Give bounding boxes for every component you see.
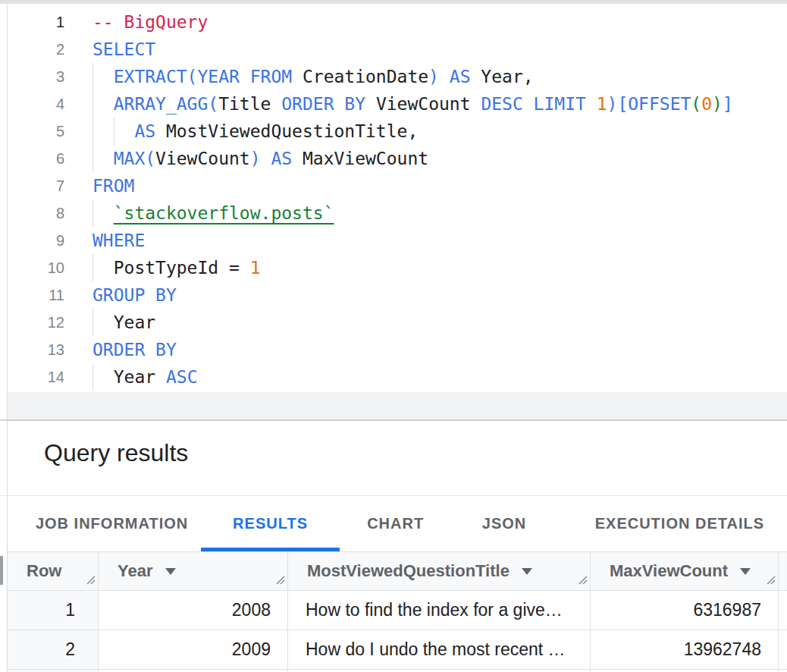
code-token: PostTypeId = — [114, 258, 250, 278]
code-text: `stackoverflow.posts` — [92, 199, 334, 227]
row-filler-cell — [779, 591, 787, 630]
column-header-year[interactable]: Year — [99, 552, 288, 590]
line-number: 8 — [8, 199, 92, 227]
row-filler-cell — [779, 630, 787, 669]
results-tab-bar: JOB INFORMATIONRESULTSCHARTJSONEXECUTION… — [8, 496, 787, 551]
code-token: Year — [114, 367, 166, 387]
query-results-title: Query results — [44, 439, 188, 467]
code-text: WHERE — [92, 227, 145, 254]
code-token: ) AS — [250, 149, 292, 168]
indent-guide — [92, 199, 114, 227]
sort-dropdown-icon[interactable] — [522, 568, 532, 575]
editor-line[interactable]: 4ARRAY_AGG(Title ORDER BY ViewCount DESC… — [8, 90, 787, 118]
code-token: ViewCount — [365, 94, 481, 114]
column-resize-handle-icon[interactable] — [576, 570, 588, 589]
code-token: ARRAY_AGG( — [114, 94, 218, 114]
table-row[interactable]: 12008How to find the index for a give…63… — [8, 591, 787, 630]
code-token: ] — [723, 94, 733, 114]
line-number: 9 — [8, 227, 92, 254]
line-number: 11 — [8, 281, 92, 309]
column-header-label: Row — [27, 561, 61, 581]
tab-chart[interactable]: CHART — [340, 496, 452, 551]
code-token: GROUP BY — [92, 285, 177, 305]
cell-max-view-count: 13962748 — [591, 630, 779, 669]
tab-label: EXECUTION DETAILS — [595, 515, 764, 532]
cell-max-view-count: 6316987 — [591, 591, 779, 630]
code-token: EXTRACT(YEAR FROM — [114, 67, 292, 86]
code-text: MAX(ViewCount) AS MaxViewCount — [92, 145, 428, 172]
editor-line[interactable]: 3EXTRACT(YEAR FROM CreationDate) AS Year… — [8, 63, 787, 90]
indent-guide — [114, 118, 135, 145]
vertical-scrollbar-thumb[interactable] — [0, 556, 3, 585]
indent-guide — [92, 309, 114, 336]
cell-row-number: 2 — [8, 630, 99, 669]
code-token — [586, 94, 597, 114]
code-token: WHERE — [92, 231, 145, 250]
column-resize-handle-icon[interactable] — [764, 570, 776, 589]
code-token: CreationDate — [292, 67, 428, 86]
line-number: 10 — [8, 254, 92, 281]
results-table: RowYearMostViewedQuestionTitleMaxViewCou… — [8, 551, 787, 672]
line-number: 6 — [8, 145, 92, 172]
line-number: 7 — [8, 172, 92, 199]
column-header-row[interactable]: Row — [8, 552, 99, 590]
column-resize-handle-icon[interactable] — [274, 570, 285, 589]
code-text: AS MostViewedQuestionTitle, — [92, 118, 418, 145]
code-token: ORDER BY — [92, 340, 177, 360]
editor-line[interactable]: 12Year — [8, 309, 787, 336]
code-token: ASC — [166, 367, 198, 387]
editor-line[interactable]: 11GROUP BY — [8, 281, 787, 309]
indent-guide — [92, 63, 114, 90]
code-text: ARRAY_AGG(Title ORDER BY ViewCount DESC … — [92, 90, 733, 118]
line-number: 12 — [8, 309, 92, 336]
bigquery-results-screen: 1-- BigQuery2SELECT3EXTRACT(YEAR FROM Cr… — [0, 0, 787, 672]
code-token: MAX( — [114, 149, 155, 168]
table-reference-link[interactable]: `stackoverflow.posts` — [114, 203, 334, 223]
editor-line[interactable]: 8`stackoverflow.posts` — [8, 199, 787, 227]
editor-line[interactable]: 13ORDER BY — [8, 336, 787, 363]
indent-guide — [92, 118, 114, 145]
editor-line[interactable]: 5AS MostViewedQuestionTitle, — [8, 118, 787, 145]
table-row[interactable]: 22009How do I undo the most recent …1396… — [8, 630, 787, 670]
code-token: Year, — [471, 67, 534, 86]
tab-execution-details[interactable]: EXECUTION DETAILS — [557, 496, 787, 551]
sort-dropdown-icon[interactable] — [165, 568, 176, 575]
editor-line[interactable]: 14Year ASC — [8, 363, 787, 391]
column-header-mostviewedquestiontitle[interactable]: MostViewedQuestionTitle — [288, 552, 591, 590]
editor-line[interactable]: 9WHERE — [8, 227, 787, 254]
query-results-section-header: Query results — [8, 421, 787, 495]
cell-title: How do I undo the most recent … — [288, 630, 591, 669]
tab-label: JOB INFORMATION — [36, 515, 188, 532]
code-token: Year — [114, 312, 155, 332]
column-header-label: MaxViewCount — [610, 561, 728, 581]
editor-line[interactable]: 7FROM — [8, 172, 787, 199]
editor-line[interactable]: 1-- BigQuery — [8, 8, 787, 36]
cell-year: 2009 — [99, 630, 288, 669]
code-token: MaxViewCount — [292, 149, 428, 168]
sort-dropdown-icon[interactable] — [740, 568, 751, 575]
tab-results[interactable]: RESULTS — [201, 496, 340, 551]
column-resize-handle-icon[interactable] — [84, 570, 96, 589]
line-number: 13 — [8, 336, 92, 363]
indent-guide — [92, 363, 114, 391]
code-token: ) — [712, 94, 723, 114]
tab-job-information[interactable]: JOB INFORMATION — [23, 496, 201, 551]
tab-label: JSON — [482, 515, 526, 532]
column-header-maxviewcount[interactable]: MaxViewCount — [591, 552, 779, 590]
code-token: Title — [218, 94, 281, 114]
cell-row-number: 1 — [8, 591, 99, 630]
editor-line[interactable]: 10PostTypeId = 1 — [8, 254, 787, 281]
line-number: 2 — [8, 36, 92, 63]
code-token: DESC LIMIT — [481, 94, 585, 114]
column-header-label: Year — [118, 561, 153, 581]
sql-code-editor[interactable]: 1-- BigQuery2SELECT3EXTRACT(YEAR FROM Cr… — [8, 4, 787, 392]
column-header-label: MostViewedQuestionTitle — [307, 561, 510, 581]
code-token: AS — [134, 121, 155, 141]
editor-line[interactable]: 6MAX(ViewCount) AS MaxViewCount — [8, 145, 787, 172]
cell-title: How to find the index for a give… — [288, 591, 591, 630]
code-token: -- BigQuery — [92, 12, 208, 32]
editor-line[interactable]: 2SELECT — [8, 36, 787, 63]
code-token: 1 — [597, 94, 607, 114]
line-number: 5 — [8, 118, 92, 145]
tab-json[interactable]: JSON — [451, 496, 557, 551]
